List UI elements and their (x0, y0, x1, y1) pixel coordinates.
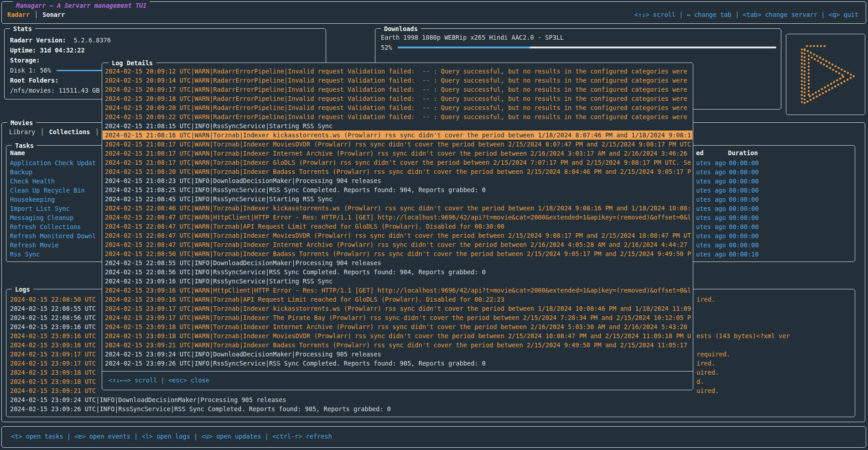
task-duration: 00:00:00 (729, 231, 759, 241)
downloads-panel-title: Downloads (381, 24, 421, 33)
log-detail-line[interactable]: 2024-02-15 20:09:20 UTC|WARN|RadarrError… (103, 103, 692, 112)
task-duration: 00:00:10 (729, 250, 759, 259)
managarr-play-logo-icon (786, 34, 865, 115)
log-detail-line[interactable]: 2024-02-15 22:08:50 UTC|WARN|Torznab|Ind… (103, 249, 692, 258)
bottom-keybindings: <t> open tasks | <e> open events | <l> o… (11, 433, 332, 440)
task-duration: 00:00:00 (729, 241, 759, 250)
radarr-version: Radarr Version: 5.2.6.8376 (10, 35, 321, 45)
log-detail-line[interactable]: 2024-02-15 23:09:21 UTC|WARN|Torznab|Ind… (103, 340, 692, 350)
download-progress-fill (398, 47, 530, 48)
task-duration: 00:00:00 (729, 158, 759, 167)
log-details-modal: Log Details 2024-02-15 20:09:12 UTC|WARN… (102, 63, 693, 390)
download-percent-label: 52% (381, 42, 392, 52)
log-detail-line[interactable]: 2024-02-15 22:08:47 UTC|WARN|Torznab|Ind… (103, 240, 692, 249)
log-detail-line[interactable]: 2024-02-15 21:08:23 UTC|INFO|DownloadDec… (103, 176, 692, 185)
log-detail-line-selected[interactable]: 2024-02-15 21:08:16 UTC|WARN|Torznab|Ind… (103, 131, 692, 140)
task-name: Refresh Monitored Downl (10, 232, 96, 240)
log-detail-line[interactable]: 2024-02-15 23:09:18 UTC|WARN|Torznab|Ind… (103, 322, 692, 331)
servarr-tab-radarr[interactable]: Radarr (7, 11, 30, 18)
download-progress-bar (398, 47, 776, 48)
log-row-text: 2024-02-15 23:09:18 UTC (10, 378, 96, 385)
log-row-text: 2024-02-15 22:08:55 UTC (10, 305, 96, 312)
task-duration: 00:00:00 (729, 213, 759, 222)
movies-tab-library[interactable]: Library (9, 128, 35, 136)
radarr-version-label: Radarr Version: (10, 37, 66, 44)
log-row-right-fragment: uired. (696, 386, 719, 395)
task-executed-fragment: utes ago (696, 213, 726, 222)
log-detail-line[interactable]: 2024-02-15 21:08:17 UTC|WARN|Torznab|Ind… (103, 140, 692, 149)
disk-usage-label: Disk 1: 56% (10, 65, 51, 75)
movies-tab-collections[interactable]: Collections (49, 128, 90, 136)
log-row-text: 2024-02-15 23:09:21 UTC (10, 387, 96, 394)
log-detail-line[interactable]: 2024-02-15 21:08:17 UTC|WARN|Torznab|Ind… (103, 149, 692, 158)
task-duration: 00:00:00 (729, 186, 759, 195)
log-row-right-fragment: ired. (696, 295, 715, 304)
top-bar: Managarr — A Servarr management TUI Rada… (1, 1, 866, 24)
log-detail-line[interactable]: 2024-02-15 22:08:46 UTC|WARN|Torznab|Ind… (103, 204, 692, 213)
log-detail-line[interactable]: 2024-02-15 20:09:22 UTC|WARN|RadarrError… (103, 112, 692, 121)
task-executed-fragment: utes ago (696, 158, 726, 167)
log-detail-line[interactable]: 2024-02-15 20:09:18 UTC|WARN|RadarrError… (103, 94, 692, 103)
log-detail-line[interactable]: 2024-02-15 22:08:47 UTC|WARN|Torznab|API… (103, 222, 692, 231)
log-row-text: 2024-02-15 22:08:50 UTC (10, 296, 96, 303)
log-row-text: 2024-02-15 23:09:16 UTC (10, 332, 96, 340)
task-name: Clean Up Recycle Bin (10, 187, 85, 194)
task-name: Refresh Collections (10, 223, 81, 230)
task-executed-fragment: utes ago (696, 195, 726, 204)
log-row-right-fragment: d. (696, 377, 704, 386)
servarr-tab-sonarr[interactable]: Sonarr (42, 11, 65, 18)
log-detail-line[interactable]: 2024-02-15 23:09:17 UTC|WARN|Torznab|Ind… (103, 313, 692, 322)
task-executed-fragment: utes ago (696, 231, 726, 241)
log-detail-line[interactable]: 2024-02-15 22:08:47 UTC|WARN|HttpClient|… (103, 213, 692, 222)
task-executed-fragment: utes ago (696, 222, 726, 231)
log-row[interactable]: 2024-02-15 23:09:24 UTC|INFO|DownloadDec… (10, 395, 854, 404)
log-row-text: 2024-02-15 23:09:17 UTC (10, 351, 96, 358)
uptime: Uptime: 31d 04:32:22 (10, 45, 321, 55)
task-duration: 00:00:00 (729, 177, 759, 186)
tasks-name-header: Name (10, 149, 25, 157)
log-detail-line[interactable]: 2024-02-15 22:08:45 UTC|INFO|RssSyncServ… (103, 194, 692, 204)
log-detail-line[interactable]: 2024-02-15 20:09:17 UTC|WARN|RadarrError… (103, 85, 692, 94)
log-row-text: 2024-02-15 23:09:16 UTC (10, 323, 96, 330)
log-details-lines[interactable]: 2024-02-15 20:09:12 UTC|WARN|RadarrError… (103, 67, 692, 368)
log-row-text: 2024-02-15 23:09:17 UTC (10, 360, 96, 367)
task-executed-fragment: utes ago (696, 177, 726, 186)
uptime-value: 31d 04:32:22 (40, 47, 84, 54)
log-detail-line[interactable]: 2024-02-15 23:09:18 UTC|WARN|Torznab|Ind… (103, 331, 692, 340)
task-executed-fragment: utes ago (696, 241, 726, 250)
task-name: Check Health (10, 178, 55, 185)
movies-tabs: Library│Collections│ (9, 128, 104, 136)
task-executed-fragment: utes ago (696, 250, 726, 259)
log-detail-line[interactable]: 2024-02-15 23:09:24 UTC|INFO|DownloadDec… (103, 350, 692, 359)
task-executed-fragment: utes ago (696, 204, 726, 213)
task-duration: 00:00:00 (729, 204, 759, 213)
log-detail-line[interactable]: 2024-02-15 23:09:16 UTC|WARN|Torznab|API… (103, 295, 692, 304)
log-detail-line[interactable]: 2024-02-15 20:09:12 UTC|WARN|RadarrError… (103, 67, 692, 76)
log-row-right-fragment: uired. (696, 368, 719, 377)
movies-panel-title: Movies (7, 118, 36, 127)
log-detail-line[interactable]: 2024-02-15 21:08:20 UTC|WARN|Torznab|Ind… (103, 167, 692, 176)
log-details-title: Log Details (109, 58, 156, 68)
download-item-title: Earth 1998 1080p WEBRip x265 Hindi AAC2.… (381, 32, 776, 42)
log-detail-line[interactable]: 2024-02-15 23:09:26 UTC|INFO|RssSyncServ… (103, 359, 692, 368)
log-detail-line[interactable]: 2024-02-15 21:08:25 UTC|INFO|RssSyncServ… (103, 185, 692, 194)
log-row-right-fragment: required. (696, 350, 730, 359)
log-detail-line[interactable]: 2024-02-15 23:09:16 UTC|INFO|RssSyncServ… (103, 277, 692, 286)
log-detail-line[interactable]: 2024-02-15 21:08:17 UTC|WARN|Torznab|Ind… (103, 158, 692, 167)
log-row-text: 2024-02-15 22:08:56 UTC (10, 314, 96, 321)
task-executed-fragment: utes ago (696, 186, 726, 195)
log-detail-line[interactable]: 2024-02-15 21:08:15 UTC|INFO|RssSyncServ… (103, 121, 692, 131)
log-detail-line[interactable]: 2024-02-15 22:08:55 UTC|INFO|DownloadDec… (103, 258, 692, 267)
log-detail-line[interactable]: 2024-02-15 22:08:47 UTC|WARN|Torznab|Ind… (103, 231, 692, 240)
log-row[interactable]: 2024-02-15 23:09:26 UTC|INFO|RssSyncServ… (10, 404, 854, 413)
task-name: Rss Sync (10, 251, 40, 258)
log-detail-line[interactable]: 2024-02-15 23:09:16 UTC|WARN|HttpClient|… (103, 286, 692, 295)
managarr-tui-screen: { "app": { "title": "Managarr — A Servar… (0, 0, 868, 450)
log-row-text: 2024-02-15 23:09:24 UTC|INFO|DownloadDec… (10, 396, 286, 403)
tasks-duration-header: Duration (728, 149, 758, 157)
tab-separator: │ (35, 128, 49, 136)
log-detail-line[interactable]: 2024-02-15 22:08:56 UTC|INFO|RssSyncServ… (103, 267, 692, 277)
log-detail-line[interactable]: 2024-02-15 20:09:14 UTC|WARN|RadarrError… (103, 76, 692, 85)
log-detail-line[interactable]: 2024-02-15 23:09:17 UTC|WARN|Torznab|Ind… (103, 304, 692, 313)
tasks-popup-title: Tasks (12, 141, 37, 150)
